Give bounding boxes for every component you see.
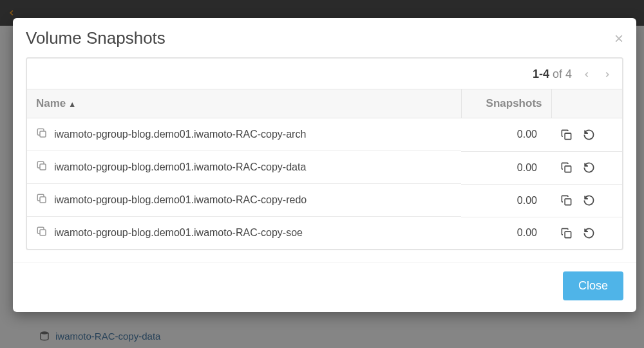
snapshots-value: 0.00 <box>461 217 551 249</box>
restore-button[interactable] <box>583 161 595 174</box>
volume-name: iwamoto-pgroup-blog.demo01.iwamoto-RAC-c… <box>54 161 306 173</box>
next-page-button[interactable] <box>603 69 612 80</box>
snapshots-value: 0.00 <box>461 184 551 217</box>
chevron-left-icon <box>582 69 591 80</box>
copy-icon <box>560 161 573 174</box>
restore-button[interactable] <box>583 129 595 141</box>
column-snapshots[interactable]: Snapshots <box>461 89 551 118</box>
actions-cell <box>551 151 622 184</box>
table-row: iwamoto-pgroup-blog.demo01.iwamoto-RAC-c… <box>27 217 622 249</box>
restore-icon <box>583 194 595 206</box>
volume-name: iwamoto-pgroup-blog.demo01.iwamoto-RAC-c… <box>54 129 306 140</box>
name-cell: iwamoto-pgroup-blog.demo01.iwamoto-RAC-c… <box>27 217 461 249</box>
copy-button[interactable] <box>560 227 573 239</box>
snapshots-value: 0.00 <box>461 118 551 152</box>
close-icon[interactable]: × <box>614 31 623 46</box>
modal-body: 1-4 of 4 Name▲ <box>13 57 636 262</box>
modal-title: Volume Snapshots <box>26 28 166 48</box>
table-row: iwamoto-pgroup-blog.demo01.iwamoto-RAC-c… <box>27 184 622 217</box>
name-cell: iwamoto-pgroup-blog.demo01.iwamoto-RAC-c… <box>27 118 461 151</box>
restore-icon <box>583 129 595 141</box>
copy-icon <box>560 194 573 206</box>
svg-rect-8 <box>565 199 571 205</box>
modal-footer: Close <box>13 262 636 312</box>
volume-copy-icon <box>36 127 48 142</box>
actions-cell <box>551 217 622 249</box>
pagination-info: 1-4 of 4 <box>533 68 572 81</box>
restore-icon <box>583 161 595 174</box>
sort-asc-icon: ▲ <box>68 100 76 109</box>
copy-icon <box>560 227 573 239</box>
svg-rect-7 <box>40 197 46 203</box>
table-row: iwamoto-pgroup-blog.demo01.iwamoto-RAC-c… <box>27 151 622 184</box>
close-button[interactable]: Close <box>563 271 623 300</box>
copy-button[interactable] <box>560 194 573 206</box>
copy-icon <box>560 129 573 141</box>
volume-copy-icon <box>36 193 48 207</box>
actions-cell <box>551 184 622 217</box>
pager <box>582 69 612 80</box>
panel-toolbar: 1-4 of 4 <box>27 59 622 89</box>
prev-page-button[interactable] <box>582 69 591 80</box>
copy-button[interactable] <box>560 129 573 141</box>
name-cell: iwamoto-pgroup-blog.demo01.iwamoto-RAC-c… <box>27 151 461 184</box>
snapshots-panel: 1-4 of 4 Name▲ <box>26 57 623 250</box>
svg-rect-5 <box>40 164 46 170</box>
svg-rect-4 <box>565 133 571 140</box>
column-name[interactable]: Name▲ <box>27 89 461 118</box>
svg-rect-6 <box>565 166 571 172</box>
volume-name: iwamoto-pgroup-blog.demo01.iwamoto-RAC-c… <box>54 227 303 239</box>
snapshots-table: Name▲ Snapshots iwamoto-pgroup-blog.demo… <box>27 89 622 249</box>
volume-snapshots-modal: Volume Snapshots × 1-4 of 4 <box>13 18 636 312</box>
svg-rect-10 <box>565 232 571 238</box>
restore-button[interactable] <box>583 194 595 206</box>
snapshots-value: 0.00 <box>461 151 551 184</box>
svg-rect-3 <box>40 131 46 137</box>
volume-copy-icon <box>36 226 48 240</box>
chevron-right-icon <box>603 69 612 80</box>
modal-header: Volume Snapshots × <box>13 18 636 57</box>
table-row: iwamoto-pgroup-blog.demo01.iwamoto-RAC-c… <box>27 118 622 152</box>
volume-copy-icon <box>36 160 48 174</box>
volume-name: iwamoto-pgroup-blog.demo01.iwamoto-RAC-c… <box>54 194 307 206</box>
restore-button[interactable] <box>583 227 595 239</box>
actions-cell <box>551 118 622 152</box>
copy-button[interactable] <box>560 161 573 174</box>
name-cell: iwamoto-pgroup-blog.demo01.iwamoto-RAC-c… <box>27 184 461 217</box>
restore-icon <box>583 227 595 239</box>
column-actions <box>551 89 622 118</box>
svg-rect-9 <box>40 230 46 235</box>
